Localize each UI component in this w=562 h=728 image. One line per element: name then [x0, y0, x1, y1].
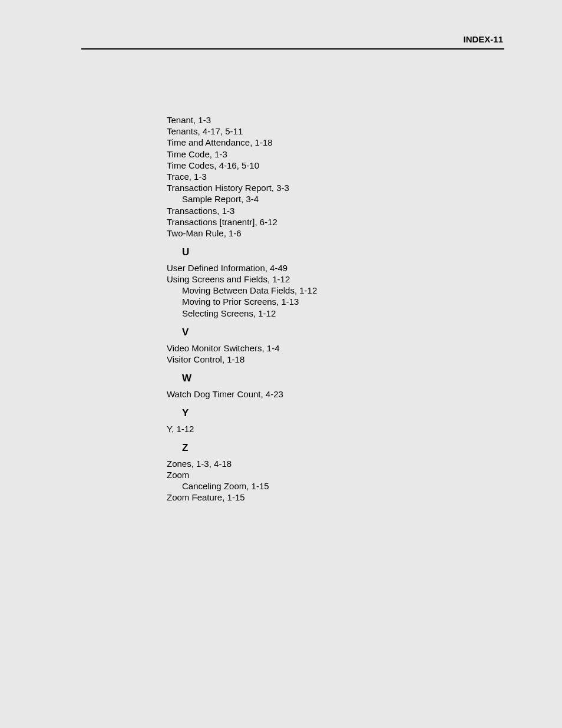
index-entry: Transactions, 1-3 [167, 205, 520, 216]
index-entry: Trace, 1-3 [167, 171, 520, 182]
index-entry: Zoom [167, 469, 520, 480]
index-entry: Transactions [tranentr], 6-12 [167, 216, 520, 228]
section-letter-z: Z [167, 442, 520, 454]
index-sub-entry: Selecting Screens, 1-12 [167, 308, 520, 319]
index-entry: Y, 1-12 [167, 423, 520, 434]
index-sub-entry: Canceling Zoom, 1-15 [167, 480, 520, 492]
index-entry: Transaction History Report, 3-3 [167, 182, 520, 193]
index-entry: User Defined Information, 4-49 [167, 262, 520, 274]
index-sub-entry: Moving Between Data Fields, 1-12 [167, 285, 520, 296]
index-entry: Video Monitor Switchers, 1-4 [167, 342, 520, 354]
section-letter-u: U [167, 246, 520, 259]
section-letter-w: W [167, 372, 520, 385]
page-header: INDEX-11 [463, 34, 503, 44]
page-header-label: INDEX-11 [463, 34, 503, 44]
index-entry: Two-Man Rule, 1-6 [167, 228, 520, 239]
section-letter-v: V [167, 326, 520, 339]
index-entry: Visitor Control, 1-18 [167, 354, 520, 365]
index-entry: Using Screens and Fields, 1-12 [167, 274, 520, 285]
index-content: Tenant, 1-3 Tenants, 4-17, 5-11 Time and… [167, 114, 520, 503]
index-sub-entry: Moving to Prior Screens, 1-13 [167, 296, 520, 307]
header-rule [81, 48, 504, 50]
section-letter-y: Y [167, 407, 520, 420]
index-sub-entry: Sample Report, 3-4 [167, 193, 520, 205]
index-entry: Time Codes, 4-16, 5-10 [167, 160, 520, 171]
index-entry: Zoom Feature, 1-15 [167, 492, 520, 503]
index-entry: Tenant, 1-3 [167, 114, 520, 126]
index-entry: Watch Dog Timer Count, 4-23 [167, 388, 520, 400]
index-entry: Zones, 1-3, 4-18 [167, 458, 520, 469]
index-entry: Tenants, 4-17, 5-11 [167, 126, 520, 137]
index-entry: Time and Attendance, 1-18 [167, 137, 520, 148]
index-entry: Time Code, 1-3 [167, 149, 520, 160]
